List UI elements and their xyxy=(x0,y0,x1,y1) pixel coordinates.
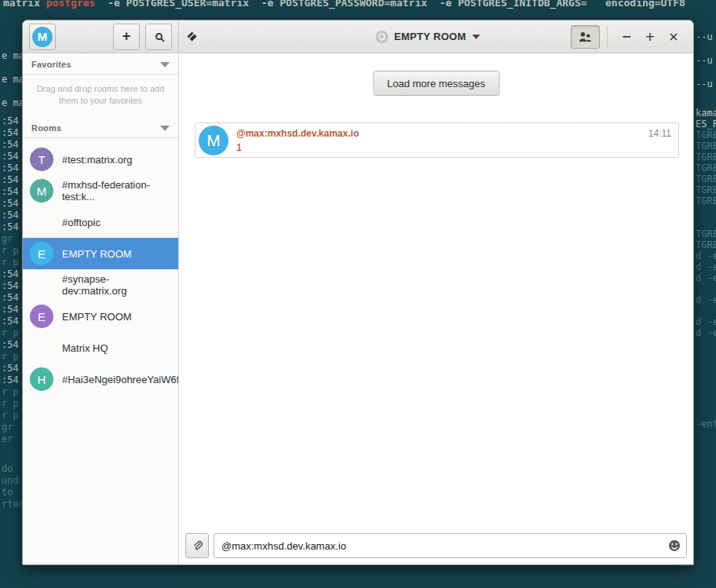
room-list-item[interactable]: #synapse-dev:matrix.org xyxy=(23,269,178,301)
favorites-collapse-icon xyxy=(160,62,170,68)
chevron-down-icon xyxy=(473,35,480,39)
room-list-item[interactable]: E EMPTY ROOM xyxy=(23,238,178,269)
terminal-left-edge: e mae mae ma:54:54:54:54:54:54:54:54:54:… xyxy=(2,0,24,588)
terminal-text-fragment: e ma xyxy=(2,97,24,108)
terminal-text-fragment: TGRE xyxy=(696,163,716,173)
add-room-button[interactable]: + xyxy=(113,24,140,50)
screen: matrix postgres -e POSTGRES_USER=matrix … xyxy=(0,0,716,588)
terminal-text-fragment: TGRE xyxy=(696,228,716,239)
message-input[interactable] xyxy=(214,533,687,558)
maximize-button[interactable]: + xyxy=(638,25,662,49)
room-list-item[interactable]: T #test:matrix.org xyxy=(23,144,178,175)
terminal-text-fragment: :54 xyxy=(2,210,19,221)
terminal-text-fragment: r p xyxy=(2,410,19,421)
terminal-text-fragment: gr xyxy=(2,233,13,244)
chat-pane: Load more messages M @max:mxhsd.dev.kama… xyxy=(179,53,693,564)
terminal-top-line: matrix postgres -e POSTGRES_USER=matrix … xyxy=(3,0,685,9)
terminal-text-fragment: --u xyxy=(696,55,713,66)
room-name: #test:matrix.org xyxy=(62,154,133,166)
terminal-text-fragment: d -e xyxy=(696,294,716,305)
terminal-text-fragment: :54 xyxy=(2,292,19,303)
search-button[interactable] xyxy=(145,24,172,50)
room-menu-icon[interactable] xyxy=(187,31,197,42)
terminal-text-fragment: r p xyxy=(2,398,19,409)
terminal-text-fragment: --u xyxy=(696,31,713,42)
close-button[interactable]: × xyxy=(662,25,685,49)
room-sidebar: Favorites Drag and drop rooms here to ad… xyxy=(23,53,179,564)
message-body: 1 xyxy=(236,141,359,153)
terminal-text-fragment: :54 xyxy=(2,127,19,138)
terminal-text-fragment: kama xyxy=(696,108,716,119)
terminal-text-fragment: :54 xyxy=(2,186,19,197)
terminal-text-fragment: gr xyxy=(2,422,13,433)
people-icon xyxy=(579,31,592,42)
room-name: EMPTY ROOM xyxy=(62,311,132,323)
terminal-text-fragment: d -e xyxy=(696,261,716,272)
message-avatar: M xyxy=(199,126,228,155)
terminal-text-fragment: r p xyxy=(2,327,19,338)
load-more-messages-button[interactable]: Load more messages xyxy=(373,71,499,96)
room-name: Matrix HQ xyxy=(62,342,108,354)
terminal-text-fragment: ES_P xyxy=(696,119,716,130)
room-list-item[interactable]: E EMPTY ROOM xyxy=(23,301,178,332)
room-list-item[interactable]: Matrix HQ xyxy=(23,332,178,363)
terminal-command-highlight: postgres xyxy=(46,0,96,9)
terminal-text-fragment: TGRE xyxy=(696,152,716,163)
terminal-text-fragment: :54 xyxy=(2,363,19,374)
compose-bar xyxy=(179,529,693,564)
terminal-text-fragment: TGRE xyxy=(696,239,716,250)
room-name: #Hai3eNgei9ohreeYaiW6f... xyxy=(62,374,179,385)
terminal-text-fragment: d -e xyxy=(696,327,716,338)
room-list-item[interactable]: M #mxhsd-federation-test:k... xyxy=(23,175,178,206)
terminal-text-fragment: :54 xyxy=(2,221,19,232)
minimize-button[interactable]: − xyxy=(615,25,638,49)
terminal-text-fragment: TGRE xyxy=(696,195,716,206)
terminal-text-fragment: to xyxy=(2,487,13,498)
emoji-button[interactable] xyxy=(668,539,681,552)
message-item[interactable]: M @max:mxhsd.dev.kamax.io 1 14:11 xyxy=(195,122,679,158)
terminal-text-fragment: d -e xyxy=(696,316,716,327)
room-avatar: M xyxy=(30,179,53,203)
favorites-hint: Drag and drop rooms here to add them to … xyxy=(33,83,168,107)
attach-file-button[interactable] xyxy=(185,533,209,558)
room-list-item[interactable]: #offtopic xyxy=(23,206,178,238)
sidebar-header: M + xyxy=(23,20,179,53)
message-timestamp: 14:11 xyxy=(648,128,671,139)
terminal-text-fragment: :54 xyxy=(2,151,19,162)
terminal-text-fragment: :54 xyxy=(2,198,19,209)
room-list-item[interactable]: H #Hai3eNgei9ohreeYaiW6f... xyxy=(23,363,178,395)
room-icon xyxy=(375,31,388,43)
message-sender: @max:mxhsd.dev.kamax.io xyxy=(236,128,359,139)
rooms-section-header[interactable]: Rooms xyxy=(23,123,178,138)
terminal-text-fragment: do xyxy=(2,463,13,474)
room-avatar: T xyxy=(30,148,53,171)
room-avatar: E xyxy=(30,305,53,328)
terminal-text-fragment: TGRE xyxy=(696,184,716,195)
favorites-section-header[interactable]: Favorites xyxy=(23,60,178,75)
terminal-text-fragment: r p xyxy=(2,386,19,397)
terminal-text-fragment: r p xyxy=(2,257,19,268)
favorites-label: Favorites xyxy=(31,60,71,69)
room-title-dropdown[interactable]: EMPTY ROOM xyxy=(375,20,480,53)
terminal-text-fragment: er xyxy=(2,433,13,444)
terminal-text-fragment: r p xyxy=(2,351,19,362)
header-bar: M + EMPTY ROOM xyxy=(23,20,693,53)
room-list: T #test:matrix.org M #mxhsd-federation-t… xyxy=(23,144,178,395)
terminal-text-fragment: -ent xyxy=(696,418,716,429)
room-avatar: H xyxy=(30,367,53,391)
user-account-button[interactable]: M xyxy=(29,24,56,50)
user-avatar: M xyxy=(32,27,53,47)
terminal-text-fragment: :54 xyxy=(2,115,19,126)
terminal-right-edge: --u--u--ukamaES_PTGRETGRETGRETGRETGRETGR… xyxy=(696,0,716,588)
terminal-text-fragment: TGRE xyxy=(696,173,716,184)
room-avatar: E xyxy=(30,242,53,265)
chat-header: EMPTY ROOM − + × xyxy=(179,20,693,53)
terminal-text-fragment: r p xyxy=(2,245,19,256)
members-button[interactable] xyxy=(571,25,600,49)
terminal-text-fragment: d -e xyxy=(696,272,716,283)
terminal-text-fragment: :54 xyxy=(2,139,19,150)
terminal-text-fragment: e ma xyxy=(2,50,24,61)
room-name: EMPTY ROOM xyxy=(62,248,132,260)
search-icon xyxy=(155,33,163,40)
terminal-text-fragment: und xyxy=(2,475,19,486)
